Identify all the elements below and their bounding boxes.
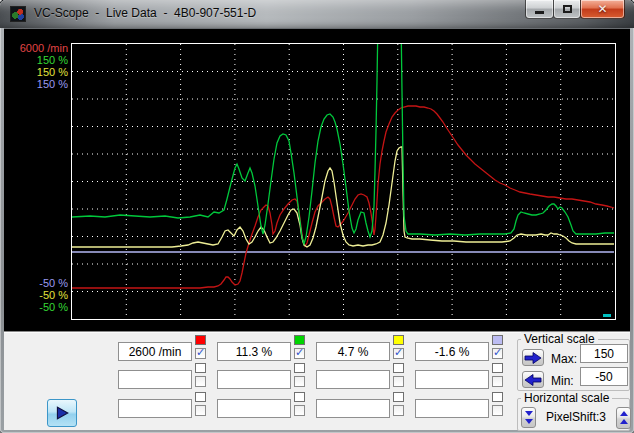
- scope-chart: [72, 44, 615, 319]
- channel-value-input[interactable]: [118, 399, 192, 418]
- axis-label: 6000 /min: [4, 42, 68, 54]
- pixelshift-decrease-button[interactable]: [521, 407, 536, 428]
- channel-checkbox[interactable]: [492, 405, 503, 416]
- channel-value-input[interactable]: [118, 342, 192, 361]
- channel-cell: [316, 392, 408, 420]
- arrow-left-icon: [524, 373, 542, 387]
- channel-checkbox[interactable]: [393, 376, 404, 387]
- channel-checkbox[interactable]: [294, 405, 305, 416]
- channel-color-swatch[interactable]: [393, 392, 404, 402]
- channel-color-swatch[interactable]: [294, 392, 305, 402]
- horizontal-scale-group: Horizontal scale PixelShift:3: [517, 398, 630, 431]
- channel-color-swatch[interactable]: [195, 363, 206, 373]
- channel-color-swatch[interactable]: [195, 392, 206, 402]
- pixelshift-increase-button[interactable]: [616, 407, 631, 429]
- check-icon: ✓: [493, 346, 502, 359]
- horizontal-scale-legend: Horizontal scale: [521, 391, 612, 405]
- channel-value-input[interactable]: [415, 342, 489, 361]
- channel-value-input[interactable]: [316, 342, 390, 361]
- channel-cell: [217, 392, 309, 420]
- play-icon: [54, 405, 70, 421]
- axis-label: -50 %: [4, 289, 68, 301]
- channel-cell: ✓: [118, 335, 210, 363]
- vertical-scale-group: Vertical scale Max: Min:: [517, 339, 630, 391]
- minimize-button[interactable]: [525, 0, 554, 19]
- window-controls: ✕: [526, 0, 625, 19]
- control-panel: ✓✓✓✓ Vertical scale Max: Min:: [4, 331, 630, 430]
- app-icon: [10, 6, 26, 22]
- channel-cell: [415, 363, 507, 391]
- double-arrow-up-icon: [619, 410, 629, 426]
- channel-cell: ✓: [217, 335, 309, 363]
- axis-labels-top: 6000 /min150 %150 %150 %: [4, 42, 68, 90]
- channel-color-swatch[interactable]: [393, 335, 404, 345]
- max-input[interactable]: [580, 344, 628, 363]
- close-icon: ✕: [597, 2, 607, 16]
- axis-label: 150 %: [4, 78, 68, 90]
- channel-color-swatch[interactable]: [294, 335, 305, 345]
- check-icon: ✓: [196, 346, 205, 359]
- channel-checkbox[interactable]: ✓: [393, 348, 404, 359]
- channel-cell: [217, 363, 309, 391]
- channel-cell: ✓: [316, 335, 408, 363]
- channel-value-input[interactable]: [415, 399, 489, 418]
- channel-value-input[interactable]: [316, 399, 390, 418]
- close-button[interactable]: ✕: [580, 0, 625, 19]
- channel-value-input[interactable]: [415, 370, 489, 389]
- play-button[interactable]: [47, 399, 77, 427]
- pixelshift-value: PixelShift:3: [540, 410, 612, 424]
- scope-cursor-marker: [603, 314, 611, 317]
- channel-value-input[interactable]: [217, 342, 291, 361]
- axis-labels-bottom: -50 %-50 %-50 %: [4, 277, 68, 313]
- max-label: Max:: [551, 352, 577, 366]
- channel-color-swatch[interactable]: [492, 335, 503, 345]
- channel-value-input[interactable]: [316, 370, 390, 389]
- scale-shift-left-button[interactable]: [522, 371, 544, 388]
- axis-label: -50 %: [4, 277, 68, 289]
- channel-color-swatch[interactable]: [492, 392, 503, 402]
- plot-area: [71, 43, 616, 320]
- channel-checkbox[interactable]: [294, 376, 305, 387]
- channel-color-swatch[interactable]: [492, 363, 503, 373]
- arrow-right-icon: [524, 351, 542, 365]
- double-arrow-down-icon: [524, 410, 534, 426]
- scope-area: 6000 /min150 %150 %150 % -50 %-50 %-50 %: [4, 29, 630, 331]
- channel-cell: [118, 363, 210, 391]
- window-title: VC-Scope - Live Data - 4B0-907-551-D: [34, 6, 256, 20]
- titlebar[interactable]: VC-Scope - Live Data - 4B0-907-551-D ✕: [0, 0, 634, 28]
- channel-cell: [415, 392, 507, 420]
- channel-cell: [118, 392, 210, 420]
- channel-checkbox[interactable]: [492, 376, 503, 387]
- channel-color-swatch[interactable]: [393, 363, 404, 373]
- channel-value-input[interactable]: [118, 370, 192, 389]
- channel-value-input[interactable]: [217, 370, 291, 389]
- channel-checkbox[interactable]: [195, 376, 206, 387]
- channel-cell: ✓: [415, 335, 507, 363]
- maximize-button[interactable]: [553, 0, 581, 19]
- channel-color-swatch[interactable]: [195, 335, 206, 345]
- axis-label: -50 %: [4, 301, 68, 313]
- maximize-icon: [563, 5, 572, 13]
- scale-shift-right-button[interactable]: [522, 349, 544, 366]
- axis-label: 150 %: [4, 54, 68, 66]
- channel-cell: [316, 363, 408, 391]
- check-icon: ✓: [394, 346, 403, 359]
- trace-red: [72, 106, 614, 288]
- axis-label: 150 %: [4, 66, 68, 78]
- channel-checkbox[interactable]: ✓: [294, 348, 305, 359]
- min-label: Min:: [551, 374, 574, 388]
- channel-checkbox[interactable]: ✓: [195, 348, 206, 359]
- minimize-icon: [535, 11, 544, 14]
- min-input[interactable]: [580, 367, 628, 386]
- client-area: 6000 /min150 %150 %150 % -50 %-50 %-50 %…: [4, 28, 630, 429]
- channel-checkbox[interactable]: [195, 405, 206, 416]
- channel-checkbox[interactable]: ✓: [492, 348, 503, 359]
- channel-checkbox[interactable]: [393, 405, 404, 416]
- channel-color-swatch[interactable]: [294, 363, 305, 373]
- check-icon: ✓: [295, 346, 304, 359]
- channel-value-input[interactable]: [217, 399, 291, 418]
- vc-scope-window: VC-Scope - Live Data - 4B0-907-551-D ✕ 6…: [0, 0, 634, 433]
